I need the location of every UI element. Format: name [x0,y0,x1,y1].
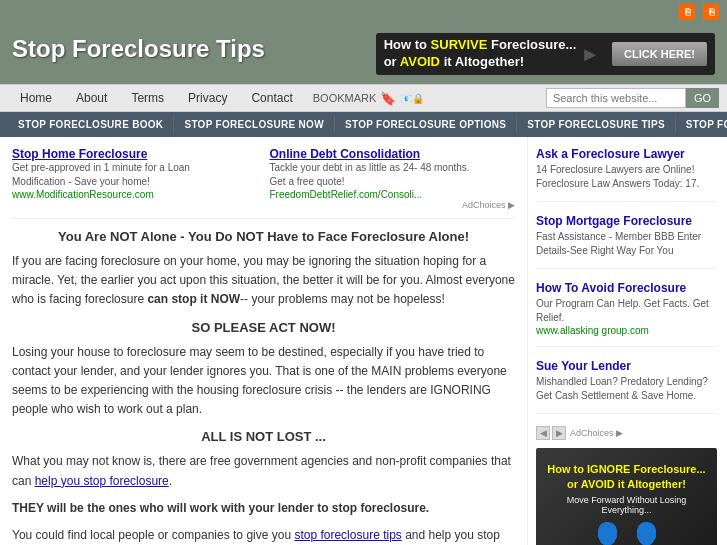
sidebar-ad-2: How To Avoid Foreclosure Our Program Can… [536,281,717,347]
para5-start: You could find local people or companies… [12,528,294,542]
survive-text: SURVIVE [431,37,488,52]
sidebar-img-text: How to IGNORE Foreclosure... or AVOID it… [547,462,705,491]
sidebar-ad-text-2: Our Program Can Help. Get Facts. Get Rel… [536,297,717,325]
nav-about[interactable]: About [64,85,119,111]
avoid-text: AVOID [400,54,440,69]
sidebar-ad-1: Stop Mortgage Foreclosure Fast Assistanc… [536,214,717,269]
site-header: Stop Foreclosure Tips How to SURVIVE For… [0,24,727,84]
sub-nav-now[interactable]: STOP FORECLOSURE NOW [174,116,335,133]
nav-bar: Home About Terms Privacy Contact BOOKMAR… [0,84,727,112]
sub-nav-general[interactable]: STOP FORECLOSURE GENERAL [676,116,727,133]
ad-right: Online Debt Consolidation Tackle your de… [270,147,516,210]
rss-icon-2[interactable]: ⎘ [703,4,719,20]
sidebar-ad-title-2[interactable]: How To Avoid Foreclosure [536,281,717,295]
sidebar-img-sub: Move Forward Without Losing Everything..… [544,495,709,515]
sidebar-ad-text-1: Fast Assistance - Member BBB Enter Detai… [536,230,717,258]
sidebar-ad-title-0[interactable]: Ask a Foreclosure Lawyer [536,147,717,161]
sidebar: Ask a Foreclosure Lawyer 14 Foreclosure … [527,137,727,545]
banner-text: How to SURVIVE Foreclosure... or AVOID i… [384,37,577,71]
ad-right-title[interactable]: Online Debt Consolidation [270,147,516,161]
bookmark-icon: 🔖 [380,91,396,106]
stop-tips-link[interactable]: stop foreclosure tips [294,528,401,542]
search-area: GO [546,88,719,108]
ad-left-url: www.ModificationResource.com [12,189,258,200]
sidebar-ad-3: Sue Your Lender Mishandled Loan? Predato… [536,359,717,414]
prev-arrow[interactable]: ◀ [536,426,550,440]
rss-icon-1[interactable]: ⎘ [679,4,695,20]
sub-nav-options[interactable]: STOP FORECLOSURE OPTIONS [335,116,517,133]
article-para-5: You could find local people or companies… [12,526,515,545]
site-branding: Stop Foreclosure Tips [12,35,265,74]
para4-bold: THEY will be the ones who will work with… [12,501,429,515]
ad-left-title[interactable]: Stop Home Foreclosure [12,147,258,161]
sidebar-image: How to IGNORE Foreclosure... or AVOID it… [536,448,717,545]
ad-left-line1: Get pre-approved in 1 minute for a Loan [12,161,258,175]
sidebar-ad-text-3: Mishandled Loan? Predatory Lending? Get … [536,375,717,403]
nav-arrows[interactable]: ◀ ▶ [536,426,566,440]
site-title: Stop Foreclosure Tips [12,35,265,63]
ad-right-url: FreedomDebtRelief.com/Consoli... [270,189,516,200]
ad-choices[interactable]: AdChoices ▶ [270,200,516,210]
sidebar-img-people: 👤👤 [590,521,664,545]
search-input[interactable] [546,88,686,108]
main-content: Stop Home Foreclosure Get pre-approved i… [0,137,727,545]
ad-right-line2: Get a free quote! [270,175,516,189]
nav-privacy[interactable]: Privacy [176,85,239,111]
bookmark-icons: 📧🔒 [400,93,424,104]
section-heading-2: SO PLEASE ACT NOW! [12,320,515,335]
sidebar-ad-choices: ◀ ▶ AdChoices ▶ [536,426,717,440]
banner-arrow: ► [580,43,600,66]
sidebar-ad-title-3[interactable]: Sue Your Lender [536,359,717,373]
article-para-3: What you may not know is, there are free… [12,452,515,490]
article-para-1: If you are facing foreclosure on your ho… [12,252,515,310]
ad-right-line1: Tackle your debt in as little as 24- 48 … [270,161,516,175]
content-area: Stop Home Foreclosure Get pre-approved i… [0,137,527,545]
article-para-4: THEY will be the ones who will work with… [12,499,515,518]
avoid2-text: AVOID [581,478,615,490]
can-stop-now: can stop it NOW [147,292,240,306]
sidebar-ad-choices-label: AdChoices ▶ [570,428,623,438]
article-heading-1: You Are NOT Alone - You Do NOT Have to F… [12,229,515,244]
go-button[interactable]: GO [686,88,719,108]
sub-nav-book[interactable]: STOP FORECLOSURE BOOK [8,116,174,133]
ad-row: Stop Home Foreclosure Get pre-approved i… [12,147,515,219]
next-arrow[interactable]: ▶ [552,426,566,440]
bookmark-label: BOOKMARK [313,92,377,104]
help-stop-link[interactable]: help you stop foreclosure [35,474,169,488]
nav-home[interactable]: Home [8,85,64,111]
nav-terms[interactable]: Terms [119,85,176,111]
sidebar-image-inner: How to IGNORE Foreclosure... or AVOID it… [536,448,717,545]
article-para-2: Losing your house to foreclosure may see… [12,343,515,420]
sub-nav: STOP FORECLOSURE BOOK STOP FORECLOSURE N… [0,112,727,137]
sidebar-ad-0: Ask a Foreclosure Lawyer 14 Foreclosure … [536,147,717,202]
ignore-text: IGNORE [587,463,630,475]
top-bar: ⎘ ⎘ [0,0,727,24]
ad-left: Stop Home Foreclosure Get pre-approved i… [12,147,258,210]
click-here-button[interactable]: CLICK HERE! [612,42,707,66]
sidebar-ad-text-0: 14 Foreclosure Lawyers are Online! Forec… [536,163,717,191]
sub-nav-tips[interactable]: STOP FORECLOSURE TIPS [517,116,676,133]
section-heading-3: ALL IS NOT LOST ... [12,429,515,444]
sidebar-ad-url-2: www.allasking group.com [536,325,717,336]
bookmark-area[interactable]: BOOKMARK 🔖 📧🔒 [313,91,425,106]
ad-left-line2: Modification - Save your home! [12,175,258,189]
nav-contact[interactable]: Contact [239,85,304,111]
para3-end: . [169,474,172,488]
site-subtitle [12,63,265,74]
header-banner[interactable]: How to SURVIVE Foreclosure... or AVOID i… [376,33,715,75]
sidebar-ad-title-1[interactable]: Stop Mortgage Foreclosure [536,214,717,228]
